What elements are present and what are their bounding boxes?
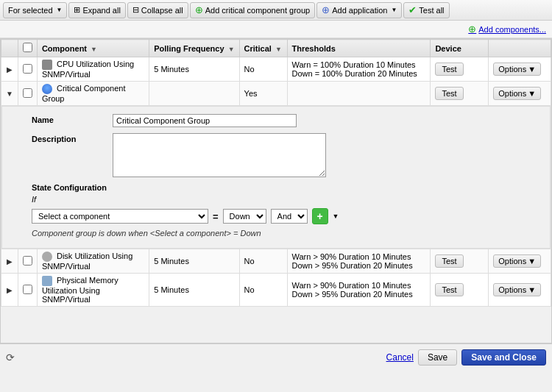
options-arrow-icon: ▼ bbox=[528, 65, 536, 74]
threshold-line2: Down > 95% Duration 20 Minutes bbox=[292, 290, 426, 299]
options-cell: Options ▼ bbox=[489, 274, 551, 307]
polling-cell bbox=[149, 82, 239, 106]
expand-all-label: Expand all bbox=[82, 6, 120, 15]
test-button[interactable]: Test bbox=[435, 254, 463, 268]
component-filter-icon[interactable]: ▼ bbox=[91, 46, 97, 53]
footer-bar: ⟳ Cancel Save Save and Close bbox=[0, 343, 552, 370]
th-device: Device bbox=[431, 40, 489, 57]
thresholds-cell: Warn > 90% Duration 10 Minutes Down > 95… bbox=[287, 249, 431, 274]
options-button[interactable]: Options ▼ bbox=[493, 283, 541, 296]
for-selected-label: For selected bbox=[8, 6, 53, 15]
polling-cell: 5 Minutes bbox=[149, 57, 239, 82]
test-all-button[interactable]: ✔ Test all bbox=[403, 2, 449, 18]
row-checkbox-cell[interactable] bbox=[18, 274, 37, 307]
add-components-icon: ⊕ bbox=[468, 24, 476, 35]
state-config-section: State Configuration If Select a componen… bbox=[32, 183, 535, 238]
component-name-cell: Critical Component Group bbox=[37, 82, 149, 106]
expand-arrow-icon[interactable]: ▶ bbox=[7, 286, 13, 294]
table-row: ▶ CPU Utilization Using SNMP/Virtual 5 M… bbox=[1, 57, 551, 82]
row-checkbox[interactable] bbox=[23, 88, 32, 98]
test-all-icon: ✔ bbox=[408, 4, 417, 15]
row-checkbox-cell[interactable] bbox=[18, 249, 37, 274]
component-select[interactable]: Select a component bbox=[32, 209, 208, 224]
plus-dropdown-arrow[interactable]: ▼ bbox=[333, 213, 339, 220]
th-polling[interactable]: Polling Frequency ▼ bbox=[149, 40, 239, 57]
device-cell: Test bbox=[431, 274, 489, 307]
add-components-row: ⊕ Add components... bbox=[0, 21, 552, 38]
select-all-checkbox[interactable] bbox=[23, 43, 32, 52]
critical-cell: Yes bbox=[239, 82, 287, 106]
threshold-line2: Down = 100% Duration 20 Minutes bbox=[292, 69, 426, 78]
name-row: Name bbox=[32, 114, 535, 127]
state-if-row: If bbox=[32, 195, 535, 204]
expand-all-button[interactable]: ⊞ Expand all bbox=[68, 2, 125, 18]
detail-row: Name Description State Configuration bbox=[1, 106, 551, 249]
table-row: ▼ Critical Component Group Yes Test O bbox=[1, 82, 551, 106]
state-description: Component group is down when <Select a c… bbox=[32, 229, 535, 238]
row-checkbox[interactable] bbox=[23, 256, 32, 266]
th-thresholds: Thresholds bbox=[287, 40, 431, 57]
test-all-label: Test all bbox=[419, 6, 444, 15]
th-critical[interactable]: Critical ▼ bbox=[239, 40, 287, 57]
save-button[interactable]: Save bbox=[418, 349, 457, 366]
th-component[interactable]: Component ▼ bbox=[37, 40, 149, 57]
component-name: Disk Utilization Using SNMP/Virtual bbox=[42, 252, 132, 271]
add-critical-button[interactable]: ⊕ Add critical component group bbox=[190, 2, 315, 18]
add-condition-button[interactable]: + bbox=[312, 208, 328, 224]
test-button[interactable]: Test bbox=[435, 283, 463, 296]
thresholds-cell: Warn > 90% Duration 10 Minutes Down > 95… bbox=[287, 274, 431, 307]
add-components-link[interactable]: ⊕ Add components... bbox=[468, 24, 546, 35]
disk-icon bbox=[42, 252, 52, 262]
for-selected-button[interactable]: For selected ▼ bbox=[3, 2, 67, 18]
test-button[interactable]: Test bbox=[435, 63, 463, 76]
component-name-cell: CPU Utilization Using SNMP/Virtual bbox=[37, 57, 149, 82]
options-button[interactable]: Options ▼ bbox=[493, 254, 541, 268]
cancel-button[interactable]: Cancel bbox=[386, 352, 414, 363]
row-checkbox-cell[interactable] bbox=[18, 57, 37, 82]
polling-cell: 5 Minutes bbox=[149, 274, 239, 307]
name-input[interactable] bbox=[113, 114, 297, 127]
expand-icon: ⊞ bbox=[74, 5, 80, 15]
th-options bbox=[489, 40, 551, 57]
expand-arrow-icon[interactable]: ▼ bbox=[6, 90, 13, 98]
options-button[interactable]: Options ▼ bbox=[493, 63, 541, 76]
description-textarea[interactable] bbox=[113, 133, 326, 177]
row-checkbox-cell[interactable] bbox=[18, 82, 37, 106]
detail-cell: Name Description State Configuration bbox=[1, 106, 551, 249]
options-arrow-icon: ▼ bbox=[528, 257, 536, 266]
critical-filter-icon[interactable]: ▼ bbox=[275, 46, 282, 53]
expand-arrow-icon[interactable]: ▶ bbox=[7, 257, 13, 266]
expand-cell[interactable]: ▶ bbox=[1, 57, 18, 82]
save-close-button[interactable]: Save and Close bbox=[461, 349, 546, 366]
collapse-all-button[interactable]: ⊟ Collapse all bbox=[127, 2, 188, 18]
row-checkbox[interactable] bbox=[23, 64, 32, 74]
thresholds-cell bbox=[287, 82, 431, 106]
and-select[interactable]: And bbox=[271, 209, 308, 224]
options-arrow-icon: ▼ bbox=[528, 285, 536, 294]
expand-cell[interactable]: ▶ bbox=[1, 274, 18, 307]
state-controls-row: Select a component = Down And bbox=[32, 208, 535, 224]
add-application-button[interactable]: ⊕ Add application ▼ bbox=[316, 2, 402, 18]
down-select[interactable]: Down bbox=[223, 209, 266, 224]
table-header-row: Component ▼ Polling Frequency ▼ Critical… bbox=[1, 40, 551, 57]
device-cell: Test bbox=[431, 57, 489, 82]
options-button[interactable]: Options ▼ bbox=[493, 87, 541, 100]
expand-arrow-icon[interactable]: ▶ bbox=[7, 65, 13, 74]
options-cell: Options ▼ bbox=[489, 82, 551, 106]
expand-cell[interactable]: ▶ bbox=[1, 249, 18, 274]
options-arrow-icon: ▼ bbox=[528, 89, 536, 98]
polling-filter-icon[interactable]: ▼ bbox=[228, 46, 235, 53]
device-cell: Test bbox=[431, 82, 489, 106]
add-app-icon: ⊕ bbox=[322, 4, 330, 15]
row-checkbox[interactable] bbox=[23, 285, 32, 294]
expand-cell[interactable]: ▼ bbox=[1, 82, 18, 106]
for-selected-arrow-icon: ▼ bbox=[57, 7, 63, 13]
test-button[interactable]: Test bbox=[435, 87, 463, 100]
state-config-label: State Configuration bbox=[32, 183, 535, 192]
options-cell: Options ▼ bbox=[489, 57, 551, 82]
polling-cell: 5 Minutes bbox=[149, 249, 239, 274]
options-cell: Options ▼ bbox=[489, 249, 551, 274]
memory-icon bbox=[42, 276, 52, 286]
refresh-icon[interactable]: ⟳ bbox=[6, 352, 15, 363]
threshold-line2: Down > 95% Duration 20 Minutes bbox=[292, 261, 426, 270]
